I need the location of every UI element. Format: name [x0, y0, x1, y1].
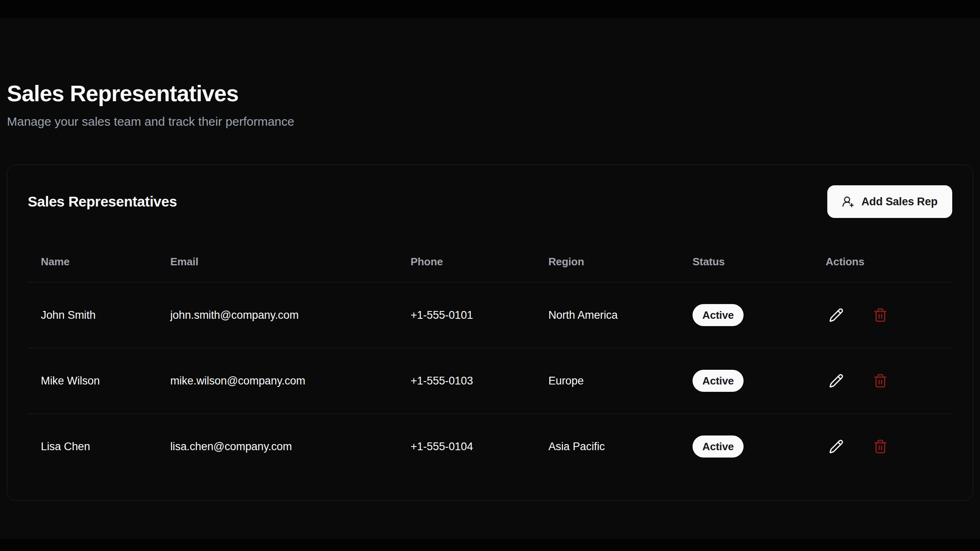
rep-phone: +1-555-0104 — [398, 414, 535, 480]
delete-button[interactable] — [870, 304, 891, 326]
rep-email: john.smith@company.com — [157, 282, 398, 348]
screen: Sales Representatives Manage your sales … — [0, 0, 980, 551]
pencil-icon — [829, 439, 844, 454]
table-row: Mike Wilson mike.wilson@company.com +1-5… — [28, 348, 952, 414]
table-row: John Smith john.smith@company.com +1-555… — [28, 282, 952, 348]
rep-phone: +1-555-0103 — [398, 348, 535, 414]
table-header: Name Email Phone Region Status Actions — [28, 241, 952, 282]
column-header-status: Status — [679, 241, 813, 282]
rep-status-cell: Active — [679, 414, 813, 480]
rep-region: North America — [535, 282, 679, 348]
column-header-email: Email — [157, 241, 398, 282]
edit-button[interactable] — [826, 436, 847, 457]
top-letterbox — [0, 0, 980, 18]
rep-region: Asia Pacific — [535, 414, 679, 480]
rep-name: Mike Wilson — [28, 348, 157, 414]
page-subtitle: Manage your sales team and track their p… — [7, 113, 973, 129]
rep-email: mike.wilson@company.com — [157, 348, 398, 414]
card-header: Sales Representatives Add Sales Rep — [28, 185, 952, 218]
bottom-letterbox — [0, 539, 980, 551]
card-title: Sales Representatives — [28, 193, 177, 210]
rep-status-cell: Active — [679, 348, 813, 414]
sales-reps-card: Sales Representatives Add Sales Rep — [7, 164, 973, 501]
delete-button[interactable] — [870, 370, 891, 391]
edit-button[interactable] — [826, 304, 847, 326]
column-header-region: Region — [535, 241, 679, 282]
table-body: John Smith john.smith@company.com +1-555… — [28, 282, 952, 480]
rep-name: John Smith — [28, 282, 157, 348]
delete-button[interactable] — [870, 436, 891, 457]
pencil-icon — [829, 373, 844, 388]
user-plus-icon — [842, 196, 854, 208]
status-badge: Active — [693, 304, 744, 326]
rep-status-cell: Active — [679, 282, 813, 348]
page-content: Sales Representatives Manage your sales … — [0, 18, 980, 539]
add-sales-rep-label: Add Sales Rep — [862, 196, 938, 208]
rep-actions-cell — [813, 282, 952, 348]
table-row: Lisa Chen lisa.chen@company.com +1-555-0… — [28, 414, 952, 480]
page-title: Sales Representatives — [7, 80, 973, 107]
rep-name: Lisa Chen — [28, 414, 157, 480]
rep-actions-cell — [813, 348, 952, 414]
trash-icon — [873, 439, 888, 454]
rep-actions-cell — [813, 414, 952, 480]
pencil-icon — [829, 308, 844, 322]
column-header-actions: Actions — [813, 241, 952, 282]
status-badge: Active — [693, 435, 744, 458]
status-badge: Active — [693, 370, 744, 392]
page-header: Sales Representatives Manage your sales … — [7, 18, 973, 129]
column-header-phone: Phone — [398, 241, 535, 282]
trash-icon — [873, 308, 888, 322]
rep-phone: +1-555-0101 — [398, 282, 535, 348]
trash-icon — [873, 373, 888, 388]
add-sales-rep-button[interactable]: Add Sales Rep — [827, 185, 952, 218]
column-header-name: Name — [28, 241, 157, 282]
edit-button[interactable] — [826, 370, 847, 391]
rep-email: lisa.chen@company.com — [157, 414, 398, 480]
rep-region: Europe — [535, 348, 679, 414]
sales-reps-table: Name Email Phone Region Status Actions J… — [28, 241, 952, 479]
